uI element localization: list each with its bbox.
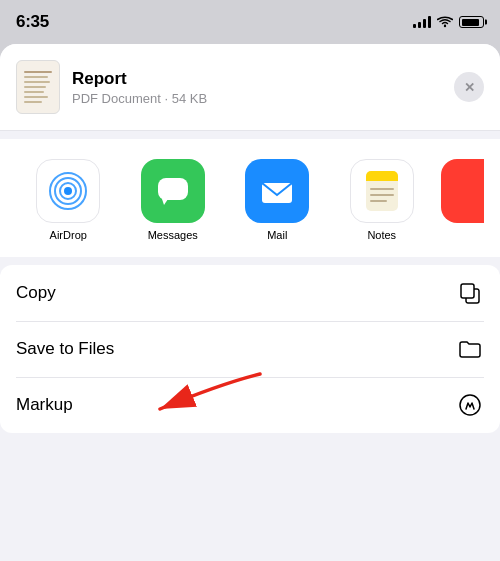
svg-point-12 — [460, 395, 480, 415]
app-sharing-row: AirDrop Messages Mail — [0, 139, 500, 257]
app-item-airdrop[interactable]: AirDrop — [16, 159, 121, 241]
svg-rect-1 — [158, 178, 188, 200]
share-sheet: Report PDF Document · 54 KB ✕ AirDrop — [0, 44, 500, 561]
svg-rect-11 — [461, 284, 474, 298]
mail-icon — [245, 159, 309, 223]
app-item-messages[interactable]: Messages — [121, 159, 226, 241]
notes-icon — [350, 159, 414, 223]
document-subtitle: PDF Document · 54 KB — [72, 91, 442, 106]
app-item-notes[interactable]: Notes — [330, 159, 435, 241]
mail-label: Mail — [267, 229, 287, 241]
signal-icon — [413, 16, 431, 28]
airdrop-label: AirDrop — [50, 229, 87, 241]
share-sheet-header: Report PDF Document · 54 KB ✕ — [0, 44, 500, 131]
partial-app-icon — [441, 159, 484, 223]
notes-label: Notes — [367, 229, 396, 241]
copy-icon — [456, 279, 484, 307]
svg-point-0 — [444, 25, 446, 27]
app-item-mail[interactable]: Mail — [225, 159, 330, 241]
document-title: Report — [72, 69, 442, 89]
document-info: Report PDF Document · 54 KB — [72, 69, 442, 106]
action-list: Copy Save to Files Markup — [0, 265, 500, 433]
status-icons — [413, 16, 484, 28]
close-button[interactable]: ✕ — [454, 72, 484, 102]
action-item-save-to-files[interactable]: Save to Files — [0, 321, 500, 377]
wifi-icon — [437, 16, 453, 28]
save-to-files-label: Save to Files — [16, 339, 114, 359]
folder-icon — [456, 335, 484, 363]
status-bar: 6:35 — [0, 0, 500, 44]
battery-icon — [459, 16, 484, 28]
document-thumbnail — [16, 60, 60, 114]
status-time: 6:35 — [16, 12, 49, 32]
close-icon: ✕ — [464, 80, 475, 95]
airdrop-icon — [36, 159, 100, 223]
messages-label: Messages — [148, 229, 198, 241]
svg-marker-2 — [162, 199, 168, 205]
markup-label: Markup — [16, 395, 73, 415]
action-item-markup[interactable]: Markup — [0, 377, 500, 433]
messages-icon — [141, 159, 205, 223]
svg-rect-6 — [366, 176, 398, 181]
copy-label: Copy — [16, 283, 56, 303]
app-item-partial — [434, 159, 484, 241]
markup-icon — [456, 391, 484, 419]
action-item-copy[interactable]: Copy — [0, 265, 500, 321]
